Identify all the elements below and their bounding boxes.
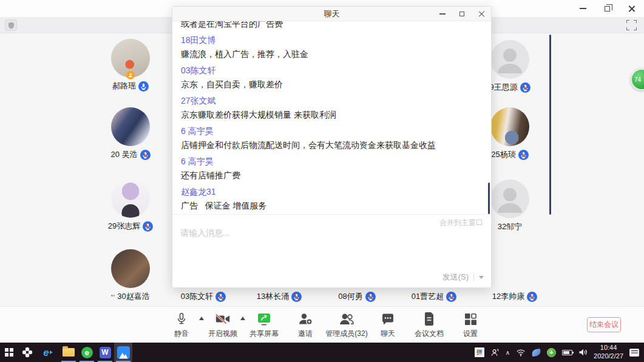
- send-options-chevron-icon[interactable]: [479, 276, 484, 279]
- mic-muted-icon: [140, 150, 151, 160]
- mic-muted-icon: [527, 292, 537, 302]
- tray-app-icon[interactable]: [531, 348, 541, 357]
- settings-button[interactable]: 设置: [450, 311, 491, 339]
- battery-icon[interactable]: [562, 350, 572, 355]
- mic-muted-icon: [446, 292, 456, 302]
- chat-message: 03陈文轩 京东，自买自卖，赚取差价: [181, 64, 483, 90]
- participant-tile: 30赵嘉浩: [94, 249, 167, 302]
- mute-button[interactable]: 静音: [161, 311, 202, 339]
- clock-date: 2020/2/27: [594, 352, 623, 361]
- chat-bubble-icon: [381, 311, 395, 327]
- people-icon[interactable]: [490, 348, 500, 357]
- meeting-security-button[interactable]: [5, 19, 17, 31]
- wifi-icon[interactable]: [516, 349, 526, 357]
- video-label: 开启视频: [208, 329, 237, 339]
- mute-label: 静音: [174, 329, 189, 339]
- chat-message-input[interactable]: [180, 228, 483, 266]
- close-icon[interactable]: [623, 2, 639, 15]
- fullscreen-icon[interactable]: [626, 20, 637, 30]
- avatar: [111, 39, 150, 78]
- send-divider: [473, 273, 474, 281]
- chat-window: 聊天 或者是在淘宝平台的广告费 18田文博 赚流浪，植入广告，推荐，入驻金 03…: [172, 6, 492, 288]
- chat-scrollbar[interactable]: [488, 183, 490, 214]
- avatar: [490, 40, 529, 79]
- ime-indicator[interactable]: 拼: [475, 347, 484, 357]
- message-text: 京东赚取差价获得大规模销量 来获取利润: [181, 109, 483, 121]
- merge-to-main-link[interactable]: 合并到主窗口: [439, 218, 483, 228]
- mic-muted-icon: [520, 82, 530, 93]
- settings-label: 设置: [463, 329, 478, 339]
- windows-logo-icon: [5, 348, 13, 357]
- folder-icon: [63, 348, 75, 357]
- end-meeting-button[interactable]: 结束会议: [587, 317, 621, 332]
- chat-message: 赵鑫龙31 广告 保证金 增值服务: [181, 186, 483, 212]
- document-icon: [424, 311, 435, 327]
- participant-name: 30赵嘉浩: [117, 291, 149, 302]
- participant-name: 20 吴浩: [110, 149, 137, 160]
- mic-muted-icon: [365, 292, 376, 302]
- message-sender: 03陈文轩: [181, 64, 483, 76]
- avatar: [111, 249, 150, 288]
- message-text: 店铺押金和付款后物流配送时间，会有大笔流动资金来获取基金收益: [181, 139, 483, 151]
- participant-name: 12李帅康: [492, 291, 524, 302]
- green-browser-icon: e: [81, 347, 93, 358]
- clock-time: 10:44: [594, 344, 623, 352]
- mic-icon: [175, 311, 188, 327]
- minimize-icon[interactable]: [575, 2, 591, 15]
- docs-label: 会议文档: [415, 329, 444, 339]
- camera-off-icon: [215, 311, 231, 327]
- default-avatar-icon: [490, 179, 529, 218]
- share-label: 共享屏幕: [249, 329, 279, 339]
- members-label: 管理成员(32): [325, 329, 367, 339]
- chat-label: 聊天: [381, 329, 395, 339]
- grid-scrollbar[interactable]: [549, 35, 551, 215]
- taskbar-item-meeting[interactable]: [114, 343, 132, 362]
- send-button[interactable]: 发送(S): [442, 272, 469, 283]
- chat-message: 18田文博 赚流浪，植入广告，推荐，入驻金: [181, 34, 483, 60]
- avatar: [111, 107, 150, 146]
- ie-jumplist-arrow-icon[interactable]: [50, 350, 53, 354]
- members-icon: [339, 311, 354, 327]
- action-center-icon[interactable]: [629, 349, 639, 357]
- taskbar-clock[interactable]: 10:44 2020/2/27: [594, 344, 623, 361]
- meeting-toolbar: 静音 开启视频 共享屏幕 邀请: [0, 306, 644, 343]
- participant-name: 32邹宁: [498, 221, 522, 232]
- start-video-button[interactable]: 开启视频: [202, 311, 243, 339]
- taskbar-item-360-browser[interactable]: e: [78, 343, 96, 362]
- taskbar-item-wps[interactable]: W: [96, 343, 114, 362]
- chat-button[interactable]: 聊天: [367, 311, 408, 339]
- taskbar-item-ie[interactable]: e: [36, 343, 59, 362]
- taskbar-item-explorer[interactable]: [59, 343, 78, 362]
- chat-minimize-icon[interactable]: [436, 8, 449, 19]
- chat-titlebar[interactable]: 聊天: [172, 7, 491, 21]
- message-sender: 6 高宇昊: [181, 125, 483, 137]
- restore-icon[interactable]: [599, 2, 615, 15]
- chat-message-list[interactable]: 或者是在淘宝平台的广告费 18田文博 赚流浪，植入广告，推荐，入驻金 03陈文轩…: [172, 21, 491, 214]
- message-sender: 27张文斌: [181, 95, 483, 107]
- default-avatar-icon: [490, 40, 529, 79]
- tray-expand-chevron-icon[interactable]: ∧: [506, 349, 510, 356]
- participant-tile: 08何勇: [320, 291, 393, 302]
- chat-maximize-icon[interactable]: [456, 8, 468, 19]
- participant-tile: 03陈文轩: [167, 291, 240, 302]
- avatar: [490, 179, 529, 218]
- taskbar-item-360[interactable]: [18, 343, 36, 362]
- tray-safe-icon[interactable]: +: [547, 348, 556, 357]
- chat-message: 6 高宇昊 还有店铺推广费: [181, 155, 483, 181]
- invite-person-icon: [298, 311, 313, 327]
- mic-muted-icon: [215, 292, 226, 302]
- participant-name: 29张志辉: [108, 221, 140, 232]
- wps-icon: W: [100, 347, 111, 358]
- share-screen-icon: [257, 311, 271, 327]
- volume-icon[interactable]: [578, 348, 588, 357]
- manage-members-button[interactable]: 管理成员(32): [326, 311, 367, 339]
- small-indicator: [111, 295, 115, 298]
- share-screen-button[interactable]: 共享屏幕: [243, 311, 285, 339]
- start-button[interactable]: [0, 343, 18, 362]
- invite-button[interactable]: 邀请: [285, 311, 326, 339]
- mic-on-icon: [138, 81, 149, 92]
- chat-close-icon[interactable]: [475, 8, 487, 19]
- ie-icon: e: [43, 347, 49, 358]
- pinwheel-icon: [22, 347, 33, 358]
- meeting-docs-button[interactable]: 会议文档: [408, 311, 450, 339]
